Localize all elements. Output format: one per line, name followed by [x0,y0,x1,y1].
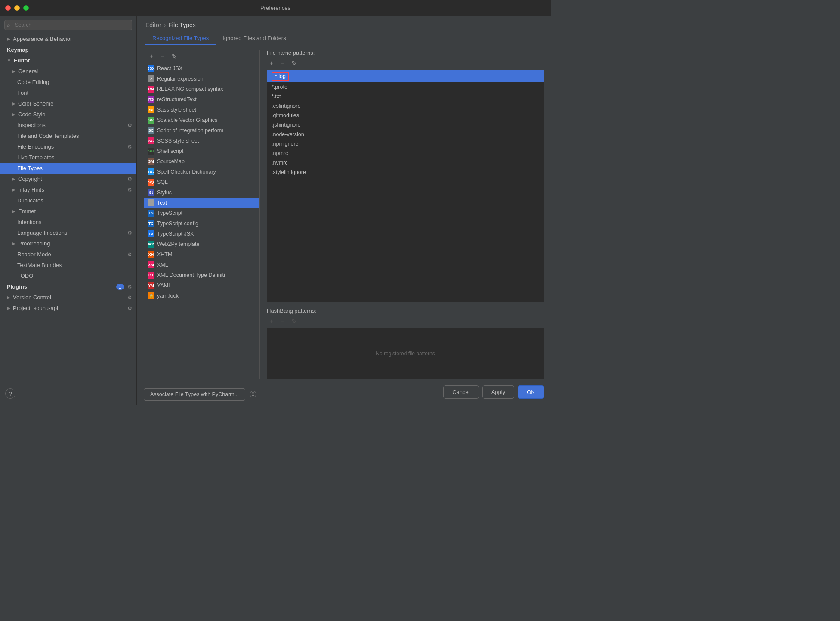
file-type-item-text[interactable]: T Text [144,198,259,208]
sidebar-item-live-templates[interactable]: Live Templates [0,152,136,163]
file-type-icon: XM [148,261,154,268]
add-hashbang-button[interactable]: + [267,317,276,326]
sidebar-item-file-encodings[interactable]: File Encodings ⚙ [0,141,136,152]
edit-hashbang-button[interactable]: ✎ [289,317,299,326]
remove-file-type-button[interactable]: − [158,52,167,61]
file-type-item[interactable]: XM XML [144,260,259,270]
file-type-list-container: + − ✎ JSX React JSX .* Regular expressio… [144,50,260,379]
breadcrumb-parent: Editor [145,22,161,28]
gear-icon: ⚙ [127,252,132,258]
file-type-item[interactable]: DT XML Document Type Definiti [144,270,259,280]
file-type-item[interactable]: 🔒 yarn.lock [144,291,259,301]
maximize-button[interactable] [23,5,29,11]
pattern-item[interactable]: .gitmodules [267,111,544,120]
file-type-item[interactable]: SC Script of integration perform [144,125,259,136]
file-type-item[interactable]: SH Shell script [144,146,259,156]
file-type-item[interactable]: XH XHTML [144,249,259,260]
ok-button[interactable]: OK [518,385,544,399]
file-name-patterns-label: File name patterns: [267,50,544,56]
edit-file-type-button[interactable]: ✎ [169,52,179,61]
file-type-icon: XH [148,251,154,258]
chevron-right-icon: ▶ [12,101,15,106]
file-type-item[interactable]: TC TypeScript config [144,218,259,229]
sidebar-item-textmate-bundles[interactable]: TextMate Bundles [0,260,136,270]
sidebar-item-font[interactable]: Font [0,87,136,98]
search-input[interactable] [4,20,132,30]
gear-icon: ⚙ [127,187,132,193]
main-layout: ⌕ ▶ Appearance & Behavior Keymap [0,16,551,405]
sidebar-item-editor[interactable]: ▼ Editor [0,55,136,66]
sidebar-item-project[interactable]: ▶ Project: souhu-api ⚙ [0,303,136,314]
patterns-panel: File name patterns: + − ✎ *.log *.proto … [260,50,544,379]
cancel-button[interactable]: Cancel [443,385,479,399]
file-type-item[interactable]: TS TypeScript [144,208,259,218]
pattern-item[interactable]: *.proto [267,82,544,92]
tab-recognized[interactable]: Recognized File Types [145,32,216,45]
apply-button[interactable]: Apply [482,385,515,399]
help-icon[interactable]: ⓪ [250,390,256,399]
sidebar-item-inspections[interactable]: Inspections ⚙ [0,120,136,130]
file-type-icon: St [148,189,154,196]
file-type-item[interactable]: RN RELAX NG compact syntax [144,84,259,94]
pattern-item[interactable]: *.txt [267,92,544,101]
add-file-type-button[interactable]: + [147,52,156,61]
sidebar-item-file-types[interactable]: File Types [0,163,136,174]
sidebar-scroll: ▶ Appearance & Behavior Keymap ▼ Editor [0,34,136,405]
edit-pattern-button[interactable]: ✎ [289,59,299,68]
file-type-item[interactable]: SV Scalable Vector Graphics [144,115,259,125]
tab-ignored[interactable]: Ignored Files and Folders [216,32,293,45]
help-button[interactable]: ? [5,388,15,399]
sidebar-item-appearance[interactable]: ▶ Appearance & Behavior [0,34,136,44]
sidebar-item-code-style[interactable]: ▶ Code Style [0,109,136,120]
sidebar-item-emmet[interactable]: ▶ Emmet [0,206,136,217]
file-type-item[interactable]: W2 Web2Py template [144,239,259,249]
file-type-item[interactable]: .* Regular expression [144,74,259,84]
sidebar-item-keymap[interactable]: Keymap [0,44,136,55]
sidebar-item-plugins[interactable]: Plugins 1 ⚙ [0,281,136,292]
file-type-item[interactable]: TX TypeScript JSX [144,229,259,239]
sidebar-item-todo[interactable]: TODO [0,270,136,281]
pattern-item[interactable]: .npmignore [267,139,544,149]
pattern-item-log[interactable]: *.log [267,70,544,82]
sidebar-item-intentions[interactable]: Intentions [0,217,136,227]
sidebar-item-duplicates[interactable]: Duplicates [0,195,136,206]
file-type-item[interactable]: YM YAML [144,280,259,291]
minimize-button[interactable] [14,5,20,11]
add-pattern-button[interactable]: + [267,59,276,68]
remove-hashbang-button[interactable]: − [278,317,287,326]
file-type-item[interactable]: St Stylus [144,187,259,198]
sidebar-item-reader-mode[interactable]: Reader Mode ⚙ [0,249,136,260]
file-type-item[interactable]: DC Spell Checker Dictionary [144,167,259,177]
pattern-item[interactable]: .eslintignore [267,101,544,111]
remove-pattern-button[interactable]: − [278,59,287,68]
file-type-item[interactable]: Sa Sass style sheet [144,105,259,115]
file-type-item[interactable]: SQ SQL [144,177,259,187]
close-button[interactable] [5,5,11,11]
file-type-item[interactable]: JSX React JSX [144,63,259,74]
sidebar-item-language-injections[interactable]: Language Injections ⚙ [0,227,136,238]
sidebar-item-proofreading[interactable]: ▶ Proofreading [0,238,136,249]
pattern-item[interactable]: .stylelintignore [267,168,544,177]
file-type-item[interactable]: SM SourceMap [144,156,259,167]
pattern-item[interactable]: .npmrc [267,149,544,158]
pattern-item[interactable]: .jshintignore [267,120,544,130]
file-type-item[interactable]: RS reStructuredText [144,94,259,105]
associate-file-types-button[interactable]: Associate File Types with PyCharm... [144,388,245,401]
file-name-patterns-section: File name patterns: + − ✎ *.log *.proto … [267,50,544,302]
sidebar-item-copyright[interactable]: ▶ Copyright ⚙ [0,174,136,184]
gear-icon: ⚙ [127,176,132,182]
file-type-icon: W2 [148,241,154,248]
sidebar-item-file-code-templates[interactable]: File and Code Templates [0,130,136,141]
sidebar-item-general[interactable]: ▶ General [0,66,136,77]
pattern-item[interactable]: .node-version [267,130,544,139]
pattern-item[interactable]: .nvmrc [267,158,544,168]
file-type-icon: SC [148,137,154,144]
file-type-item[interactable]: SC SCSS style sheet [144,136,259,146]
sidebar-item-version-control[interactable]: ▶ Version Control ⚙ [0,292,136,303]
sidebar-item-inlay-hints[interactable]: ▶ Inlay Hints ⚙ [0,184,136,195]
window-title: Preferences [260,5,290,11]
file-type-icon: DT [148,272,154,279]
gear-icon: ⚙ [127,122,132,128]
sidebar-item-code-editing[interactable]: Code Editing [0,77,136,87]
sidebar-item-color-scheme[interactable]: ▶ Color Scheme [0,98,136,109]
